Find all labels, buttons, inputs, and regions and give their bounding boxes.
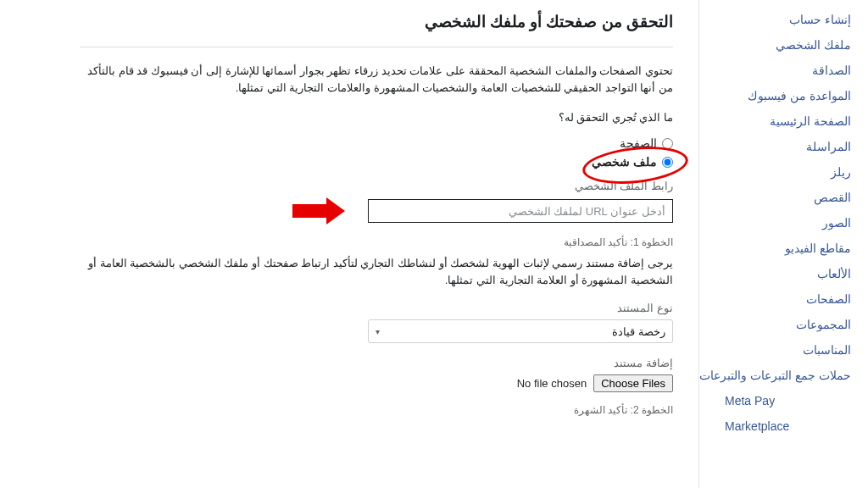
sidebar-item-meta-pay[interactable]: Meta Pay bbox=[699, 388, 851, 413]
choose-files-button[interactable]: Choose Files bbox=[593, 374, 673, 392]
chevron-down-icon: ▾ bbox=[376, 327, 380, 336]
profile-link-label: رابط الملف الشخصي bbox=[80, 180, 673, 192]
sidebar-item-messaging[interactable]: المراسلة bbox=[699, 134, 851, 159]
sidebar-item-home[interactable]: الصفحة الرئيسية bbox=[699, 108, 851, 134]
sidebar-item-groups[interactable]: المجموعات bbox=[699, 312, 851, 337]
sidebar-item-events[interactable]: المناسبات bbox=[699, 337, 851, 363]
radio-group: الصفحة ملف شخصي bbox=[80, 134, 673, 171]
url-row bbox=[80, 197, 673, 225]
file-input-row: No file chosen Choose Files bbox=[80, 374, 673, 392]
sidebar-item-reels[interactable]: ريلز bbox=[699, 159, 851, 185]
radio-option-page[interactable]: الصفحة bbox=[80, 134, 673, 152]
page-title: التحقق من صفحتك أو ملفك الشخصي bbox=[80, 12, 673, 31]
sidebar-item-pages[interactable]: الصفحات bbox=[699, 286, 851, 312]
main-content: التحقق من صفحتك أو ملفك الشخصي تحتوي الص… bbox=[0, 0, 698, 488]
sidebar-item-fundraisers[interactable]: حملات جمع التبرعات والتبرعات bbox=[699, 363, 851, 388]
sidebar: إنشاء حساب ملفك الشخصي الصداقة المواعدة … bbox=[698, 0, 868, 488]
sidebar-item-dating[interactable]: المواعدة من فيسبوك bbox=[699, 83, 851, 108]
no-file-text: No file chosen bbox=[517, 377, 587, 390]
radio-page-label: الصفحة bbox=[620, 136, 657, 150]
arrow-annotation bbox=[292, 197, 345, 225]
doctype-value: رخصة قيادة bbox=[612, 325, 665, 338]
sidebar-item-stories[interactable]: القصص bbox=[699, 185, 851, 210]
radio-option-profile[interactable]: ملف شخصي bbox=[80, 152, 673, 171]
radio-page-input[interactable] bbox=[662, 138, 673, 149]
step2-label: الخطوة 2: تأكيد الشهرة bbox=[80, 404, 673, 416]
divider bbox=[80, 47, 673, 47]
add-document-label: إضافة مستند bbox=[80, 357, 673, 369]
doctype-label: نوع المستند bbox=[80, 302, 673, 314]
sidebar-item-games[interactable]: الألعاب bbox=[699, 261, 851, 286]
doctype-select[interactable]: رخصة قيادة ▾ bbox=[368, 319, 673, 343]
profile-url-input[interactable] bbox=[368, 199, 673, 223]
sidebar-item-marketplace[interactable]: Marketplace bbox=[699, 413, 851, 439]
radio-profile-input[interactable] bbox=[662, 157, 673, 168]
sidebar-item-friendship[interactable]: الصداقة bbox=[699, 58, 851, 83]
sidebar-item-profile[interactable]: ملفك الشخصي bbox=[699, 32, 851, 58]
sidebar-item-videos[interactable]: مقاطع الفيديو bbox=[699, 236, 851, 261]
sidebar-item-create-account[interactable]: إنشاء حساب bbox=[699, 7, 851, 32]
intro-text: تحتوي الصفحات والملفات الشخصية المحققة ع… bbox=[80, 63, 673, 96]
verify-question: ما الذي تُجري التحقق له؟ bbox=[80, 111, 673, 124]
step1-label: الخطوة 1: تأكيد المصداقية bbox=[80, 236, 673, 248]
radio-profile-label: ملف شخصي bbox=[592, 155, 657, 169]
step1-description: يرجى إضافة مستند رسمي لإثبات الهوية لشخص… bbox=[80, 255, 673, 288]
sidebar-item-photos[interactable]: الصور bbox=[699, 210, 851, 236]
